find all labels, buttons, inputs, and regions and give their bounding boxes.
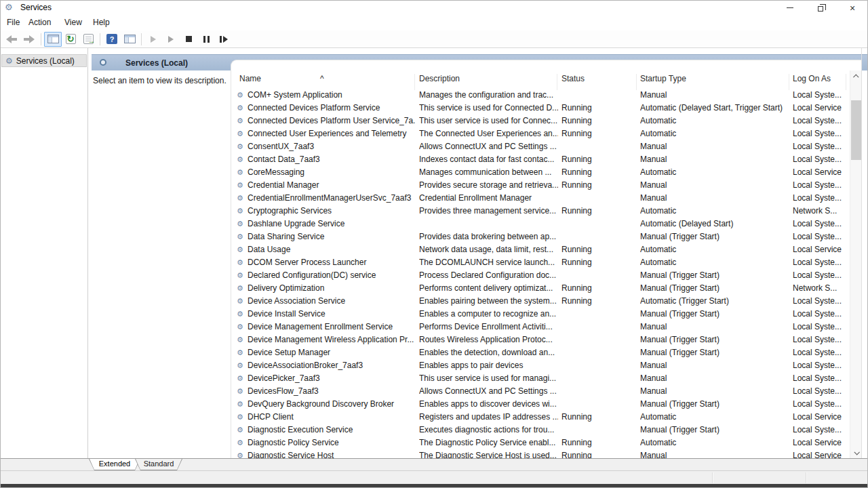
cell-log-on-as: Local Syste... [793, 321, 850, 333]
service-gear-icon: ⚙ [237, 372, 243, 385]
show-action-pane-button[interactable] [121, 32, 138, 47]
table-row[interactable]: ⚙ DevicePicker_7aaf3 This user service i… [231, 372, 850, 385]
table-row[interactable]: ⚙ Device Management Wireless Application… [231, 333, 850, 346]
column-divider[interactable] [789, 74, 789, 90]
back-button[interactable] [3, 32, 20, 47]
export-list-button[interactable]: → [79, 32, 97, 47]
table-row[interactable]: ⚙ Device Management Enrollment Service P… [231, 321, 850, 333]
scrollbar-thumb[interactable] [851, 100, 861, 160]
column-header-logon[interactable]: Log On As [793, 74, 831, 83]
table-row[interactable]: ⚙ Device Setup Manager Enables the detec… [231, 346, 850, 359]
table-row[interactable]: ⚙ DCOM Server Process Launcher The DCOML… [231, 256, 850, 269]
cell-startup-type: Automatic [640, 127, 789, 140]
cell-name: Cryptographic Services [248, 205, 416, 218]
cell-name: Connected User Experiences and Telemetry [248, 127, 416, 140]
forward-button[interactable] [20, 32, 38, 47]
menu-view[interactable]: View [64, 18, 82, 27]
table-row[interactable]: ⚙ Delivery Optimization Performs content… [231, 282, 850, 295]
menu-file[interactable]: File [7, 18, 20, 27]
cell-log-on-as: Local Service [793, 243, 850, 256]
cell-log-on-as: Local Syste... [793, 127, 850, 140]
table-row[interactable]: ⚙ COM+ System Application Manages the co… [231, 89, 850, 102]
table-row[interactable]: ⚙ Contact Data_7aaf3 Indexes contact dat… [231, 153, 850, 166]
column-header-startup[interactable]: Startup Type [640, 74, 686, 83]
cell-description: Enables apps to pair devices [419, 359, 558, 372]
table-row[interactable]: ⚙ CredentialEnrollmentManagerUserSvc_7aa… [231, 192, 850, 205]
service-gear-icon: ⚙ [237, 308, 243, 321]
table-row[interactable]: ⚙ Credential Manager Provides secure sto… [231, 179, 850, 192]
scroll-down-button[interactable] [850, 447, 862, 458]
table-row[interactable]: ⚙ Data Usage Network data usage, data li… [231, 243, 850, 256]
column-divider[interactable] [557, 74, 557, 90]
tree-item-services-local[interactable]: ⚙ Services (Local) [1, 54, 87, 67]
export-list-icon: → [83, 34, 94, 44]
cell-log-on-as: Local Syste... [793, 256, 850, 269]
column-header-status[interactable]: Status [561, 74, 585, 83]
refresh-button[interactable]: ↻ [62, 32, 79, 47]
cell-startup-type: Manual [640, 359, 789, 372]
table-row[interactable]: ⚙ Diagnostic Execution Service Executes … [231, 424, 850, 436]
table-header: ^ Name Description Status Startup Type L… [231, 70, 862, 88]
console-tree-icon [47, 35, 59, 43]
column-divider[interactable] [636, 74, 637, 90]
service-gear-icon: ⚙ [237, 269, 243, 282]
resume-service-button[interactable] [162, 32, 180, 47]
restart-service-button[interactable] [215, 32, 233, 47]
pause-service-button[interactable] [197, 32, 215, 47]
show-console-tree-button[interactable] [44, 32, 62, 47]
cell-startup-type: Manual (Trigger Start) [640, 346, 789, 359]
cell-status: Running [561, 102, 636, 115]
table-row[interactable]: ⚙ Device Association Service Enables pai… [231, 295, 850, 308]
table-row[interactable]: ⚙ Connected Devices Platform User Servic… [231, 115, 850, 127]
action-pane-icon [124, 35, 136, 43]
main-area: Services (Local) Select an item to view … [89, 48, 868, 470]
column-divider[interactable] [846, 74, 846, 90]
close-button[interactable]: × [837, 0, 868, 16]
cell-name: Device Association Service [248, 295, 416, 308]
table-row[interactable]: ⚙ Connected Devices Platform Service Thi… [231, 102, 850, 115]
maximize-button[interactable] [806, 0, 837, 16]
help-button[interactable]: ? [103, 32, 121, 47]
cell-name: DHCP Client [248, 411, 416, 424]
column-header-description[interactable]: Description [419, 74, 460, 83]
cell-log-on-as: Local Syste... [793, 398, 850, 411]
minimize-button[interactable] [774, 0, 806, 16]
table-row[interactable]: ⚙ DevQuery Background Discovery Broker E… [231, 398, 850, 411]
table-row[interactable]: ⚙ DeviceAssociationBroker_7aaf3 Enables … [231, 359, 850, 372]
table-row[interactable]: ⚙ Data Sharing Service Provides data bro… [231, 230, 850, 243]
table-row[interactable]: ⚙ Diagnostic Policy Service The Diagnost… [231, 436, 850, 449]
menu-help[interactable]: Help [93, 18, 110, 27]
table-row[interactable]: ⚙ Cryptographic Services Provides three … [231, 205, 850, 218]
table-row[interactable]: ⚙ DHCP Client Registers and updates IP a… [231, 411, 850, 424]
menu-action[interactable]: Action [28, 18, 51, 27]
table-row[interactable]: ⚙ Connected User Experiences and Telemet… [231, 127, 850, 140]
table-row[interactable]: ⚙ ConsentUX_7aaf3 Allows ConnectUX and P… [231, 140, 850, 153]
column-divider[interactable] [414, 74, 415, 90]
cell-log-on-as: Local Syste... [793, 359, 850, 372]
stop-service-button[interactable] [180, 32, 197, 47]
cell-description: The Diagnostic Policy Service enabl... [419, 436, 558, 449]
table-row[interactable]: ⚙ DevicesFlow_7aaf3 Allows ConnectUX and… [231, 385, 850, 398]
pause-icon [203, 36, 210, 43]
cell-status: Running [561, 205, 636, 218]
vertical-scrollbar[interactable] [850, 70, 861, 458]
cell-description: This user service is used for managi... [419, 372, 558, 385]
cell-description: Allows ConnectUX and PC Settings ... [419, 385, 558, 398]
table-row[interactable]: ⚙ Declared Configuration(DC) service Pro… [231, 269, 850, 282]
tab-standard[interactable]: Standard [135, 459, 182, 470]
service-gear-icon: ⚙ [237, 179, 243, 192]
tab-extended-label: Extended [90, 459, 140, 470]
tab-extended[interactable]: Extended [89, 459, 140, 470]
cell-name: Declared Configuration(DC) service [248, 269, 416, 282]
cell-description: Registers and updates IP addresses ... [419, 411, 558, 424]
table-row[interactable]: ⚙ Device Install Service Enables a compu… [231, 308, 850, 321]
cell-name: Device Management Enrollment Service [248, 321, 416, 333]
table-row[interactable]: ⚙ CoreMessaging Manages communication be… [231, 166, 850, 179]
scroll-up-button[interactable] [850, 70, 862, 82]
cell-startup-type: Automatic (Trigger Start) [640, 295, 789, 308]
services-gear-icon: ⚙ [5, 56, 13, 66]
table-row[interactable]: ⚙ Dashlane Upgrade Service Automatic (De… [231, 218, 850, 230]
column-header-name[interactable]: Name [239, 74, 261, 83]
cell-description: Routes Wireless Application Protoc... [419, 333, 558, 346]
start-service-button[interactable] [144, 32, 162, 47]
